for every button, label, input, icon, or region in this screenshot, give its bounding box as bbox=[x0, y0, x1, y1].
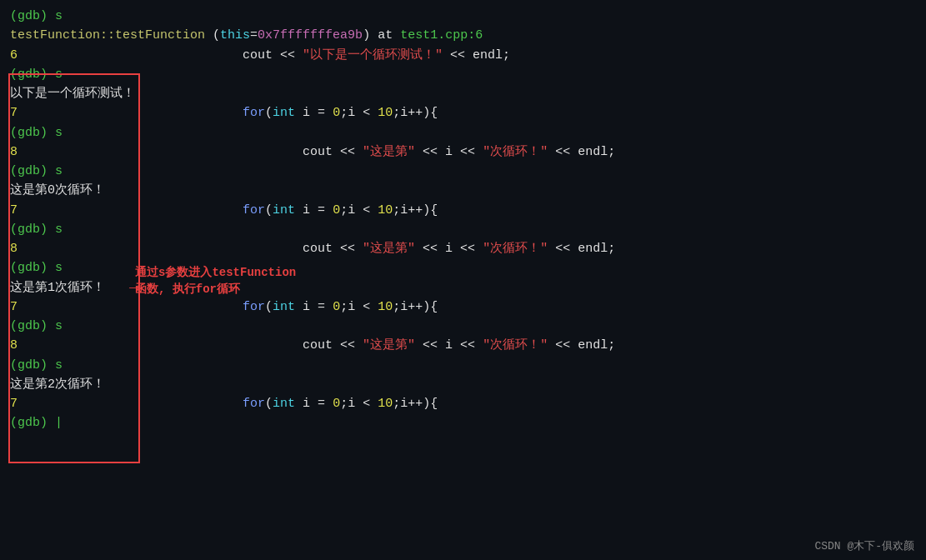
terminal-line: 8 cout << "这是第" << i << "次循环！" << endl; bbox=[10, 142, 916, 162]
terminal-line: (gdb) s bbox=[10, 162, 916, 181]
terminal-line: (gdb) s bbox=[10, 65, 916, 84]
terminal-line: 这是第1次循环！ bbox=[10, 278, 916, 298]
terminal-line: 7 for(int i = 0;i < 10;i++){ bbox=[10, 394, 916, 413]
terminal-line: (gdb) s bbox=[10, 123, 916, 142]
terminal-line: (gdb) | bbox=[10, 413, 916, 432]
terminal-line: 6 cout << "以下是一个循环测试！" << endl; bbox=[10, 46, 916, 65]
terminal-line: (gdb) s bbox=[10, 317, 916, 336]
terminal-line: (gdb) s bbox=[10, 220, 916, 239]
terminal: (gdb) stestFunction::testFunction (this=… bbox=[0, 0, 926, 560]
terminal-line: 8 cout << "这是第" << i << "次循环！" << endl; bbox=[10, 336, 916, 355]
terminal-line: (gdb) s bbox=[10, 356, 916, 375]
terminal-line: 以下是一个循环测试！ bbox=[10, 84, 916, 103]
terminal-line: 这是第0次循环！ bbox=[10, 181, 916, 200]
watermark: CSDN @木下-俱欢颜 bbox=[814, 538, 914, 553]
terminal-line: 7 for(int i = 0;i < 10;i++){ bbox=[10, 298, 916, 317]
terminal-line: 8 cout << "这是第" << i << "次循环！" << endl; bbox=[10, 239, 916, 258]
terminal-line: 7 for(int i = 0;i < 10;i++){ bbox=[10, 201, 916, 220]
terminal-line: (gdb) s bbox=[10, 258, 916, 278]
terminal-line: 7 for(int i = 0;i < 10;i++){ bbox=[10, 103, 916, 122]
terminal-line: 这是第2次循环！ bbox=[10, 375, 916, 394]
terminal-line: (gdb) s bbox=[10, 7, 916, 26]
terminal-line: testFunction::testFunction (this=0x7ffff… bbox=[10, 26, 916, 45]
